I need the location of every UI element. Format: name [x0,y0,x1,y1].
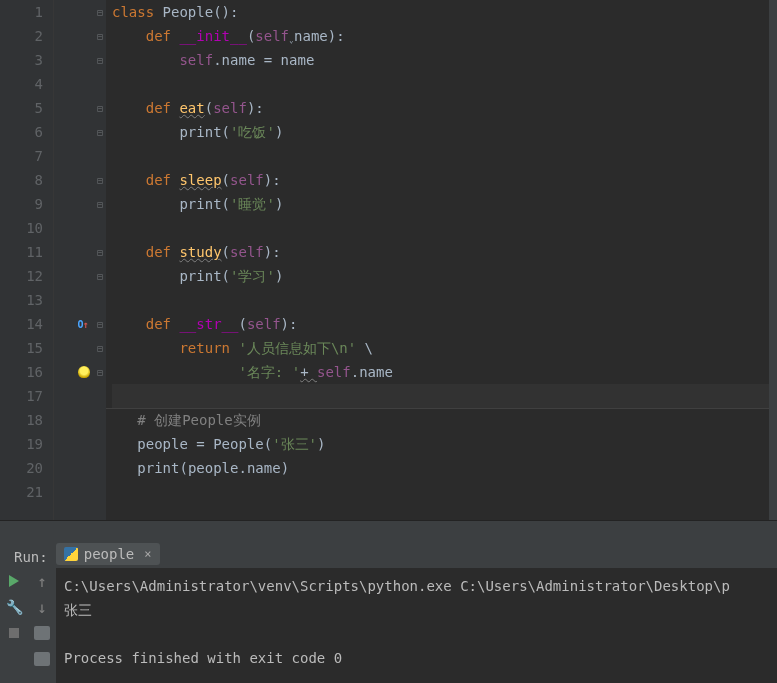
code-line[interactable]: # 创建People实例 [112,408,769,432]
edit-config-button[interactable]: 🔧 [5,598,23,616]
down-stack-button[interactable]: ↓ [33,598,51,616]
code-line[interactable] [112,144,769,168]
line-number: 7 [0,144,43,168]
fold-toggle [94,408,106,432]
line-number: 4 [0,72,43,96]
line-number: 11 [0,240,43,264]
gutter-icons: O↑ [54,0,94,520]
stop-button[interactable] [5,624,23,642]
code-line[interactable]: print('学习') [112,264,769,288]
fold-toggle [94,288,106,312]
run-tab-people[interactable]: people × [56,543,160,565]
line-number: 14 [0,312,43,336]
code-line[interactable]: print('睡觉') [112,192,769,216]
line-number: 10 [0,216,43,240]
code-line[interactable]: def eat(self): [112,96,769,120]
code-line[interactable]: print(people.name) [112,456,769,480]
line-number: 16 [0,360,43,384]
code-line[interactable]: print('吃饭') [112,120,769,144]
line-number-gutter: 123456789101112131415161718192021 [0,0,54,520]
line-number: 17 [0,384,43,408]
code-line[interactable]: people = People('张三') [112,432,769,456]
scroll-to-end-button[interactable] [33,650,51,668]
code-line[interactable] [112,216,769,240]
splitter[interactable] [0,520,777,540]
run-label: Run: [6,543,56,565]
run-toolbar-left: 🔧 [0,568,28,683]
line-number: 1 [0,0,43,24]
line-number: 8 [0,168,43,192]
fold-toggle [94,384,106,408]
fold-column[interactable]: ⊟⊟⊟⊟⊟⊟⊟⊟⊟⊟⊟⊟ [94,0,106,520]
run-tab-label: people [84,546,135,562]
console-output[interactable]: C:\Users\Administrator\venv\Scripts\pyth… [56,568,777,683]
console-line: C:\Users\Administrator\venv\Scripts\pyth… [64,574,769,598]
code-line[interactable] [112,384,769,408]
line-number: 19 [0,432,43,456]
line-number: 5 [0,96,43,120]
console-line: Process finished with exit code 0 [64,646,769,670]
code-line[interactable]: self.name = name [112,48,769,72]
fold-toggle [94,72,106,96]
soft-wrap-button[interactable] [33,624,51,642]
fold-toggle [94,456,106,480]
python-file-icon [64,547,78,561]
fold-toggle[interactable]: ⊟ [94,312,106,336]
line-number: 3 [0,48,43,72]
run-toolbar-nav: ↑ ↓ [28,568,56,683]
fold-toggle[interactable]: ⊟ [94,240,106,264]
code-line[interactable]: class People(): [112,0,769,24]
run-tool-window: Run: people × 🔧 ↑ ↓ C:\Users\Administrat… [0,540,777,683]
fold-toggle[interactable]: ⊟ [94,168,106,192]
fold-toggle[interactable]: ⊟ [94,24,106,48]
fold-toggle[interactable]: ⊟ [94,120,106,144]
editor-scrollbar[interactable] [769,0,777,520]
console-line: 张三 [64,598,769,622]
line-number: 13 [0,288,43,312]
fold-toggle[interactable]: ⊟ [94,48,106,72]
fold-toggle[interactable]: ⊟ [94,264,106,288]
fold-toggle [94,480,106,504]
fold-toggle[interactable]: ⊟ [94,192,106,216]
line-number: 2 [0,24,43,48]
fold-toggle [94,432,106,456]
code-line[interactable]: def sleep(self): [112,168,769,192]
fold-toggle[interactable]: ⊟ [94,0,106,24]
override-icon[interactable]: O↑ [76,317,90,331]
rerun-button[interactable] [5,572,23,590]
fold-toggle [94,216,106,240]
code-line[interactable]: '名字: '+ self.name [112,360,769,384]
line-number: 20 [0,456,43,480]
code-line[interactable] [112,288,769,312]
console-line [64,622,769,646]
code-line[interactable] [112,72,769,96]
fold-toggle[interactable]: ⊟ [94,360,106,384]
line-number: 21 [0,480,43,504]
up-stack-button[interactable]: ↑ [33,572,51,590]
code-line[interactable]: def __str__(self): [112,312,769,336]
line-number: 12 [0,264,43,288]
fold-toggle[interactable]: ⊟ [94,96,106,120]
intention-bulb-icon[interactable] [78,366,90,378]
code-line[interactable]: def __init__(self˯name): [112,24,769,48]
run-tabs-bar: Run: people × [0,540,777,568]
code-line[interactable]: def study(self): [112,240,769,264]
line-number: 18 [0,408,43,432]
close-icon[interactable]: × [144,547,151,561]
fold-toggle [94,144,106,168]
line-number: 9 [0,192,43,216]
code-line[interactable]: return '人员信息如下\n' \ [112,336,769,360]
fold-toggle[interactable]: ⊟ [94,336,106,360]
code-editor[interactable]: 123456789101112131415161718192021 O↑ ⊟⊟⊟… [0,0,777,520]
code-line[interactable] [112,480,769,504]
line-number: 15 [0,336,43,360]
code-area[interactable]: class People(): def __init__(self˯name):… [106,0,769,520]
line-number: 6 [0,120,43,144]
